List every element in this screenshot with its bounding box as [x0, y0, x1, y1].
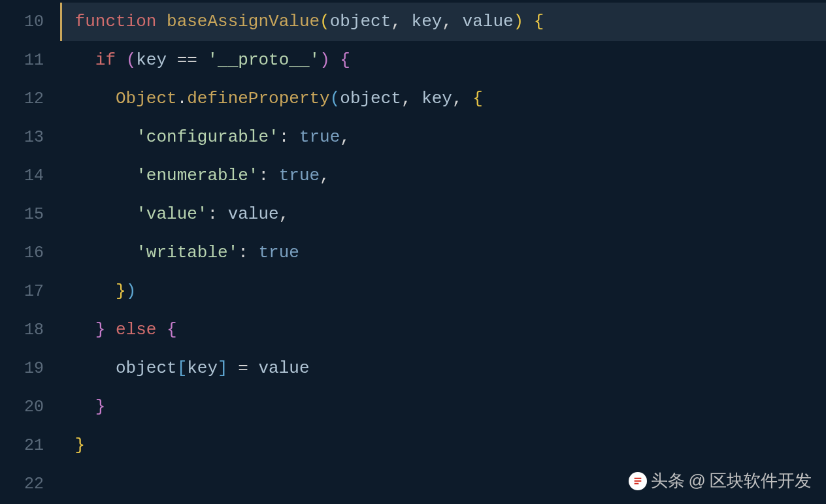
keyword-else: else — [116, 320, 156, 339]
param-object: object — [330, 12, 391, 31]
code-line[interactable]: }) — [62, 272, 826, 311]
comma: , — [320, 166, 330, 185]
line-number: 19 — [0, 349, 44, 388]
line-number: 22 — [0, 465, 44, 503]
line-number: 15 — [0, 195, 44, 234]
line-number-gutter: 10 11 12 13 14 15 16 17 18 19 20 21 22 — [0, 0, 62, 504]
watermark-user: 区块软件开发 — [710, 469, 812, 492]
var-object: object — [116, 358, 177, 378]
keyword-function: function — [75, 12, 157, 31]
code-line[interactable]: function baseAssignValue(object, key, va… — [60, 3, 826, 41]
paren-close: ) — [126, 281, 137, 301]
paren-open: ( — [330, 89, 340, 108]
boolean-true: true — [258, 243, 299, 262]
boolean-true: true — [279, 166, 320, 185]
var-value: value — [258, 358, 309, 378]
toutiao-logo-icon — [629, 472, 647, 490]
paren-open: ( — [126, 50, 137, 70]
colon: : — [238, 243, 258, 262]
comma: , — [391, 12, 411, 31]
line-number: 16 — [0, 234, 44, 272]
dot: . — [177, 89, 188, 108]
keyword-if: if — [95, 50, 116, 70]
comma: , — [442, 12, 462, 31]
paren-close: ) — [514, 12, 524, 31]
line-number: 21 — [0, 426, 44, 465]
string-proto: '__proto__' — [208, 50, 320, 70]
code-area[interactable]: function baseAssignValue(object, key, va… — [62, 0, 826, 504]
comma: , — [401, 89, 421, 108]
brace-open: { — [340, 50, 350, 70]
line-number: 11 — [0, 41, 44, 80]
comma: , — [452, 89, 472, 108]
brace-open: { — [534, 12, 544, 31]
code-line[interactable]: } — [62, 426, 826, 465]
param-value: value — [463, 12, 514, 31]
line-number: 10 — [0, 3, 44, 41]
paren-close: ) — [320, 50, 330, 70]
line-number: 17 — [0, 272, 44, 311]
bracket-open: [ — [177, 358, 188, 378]
code-line[interactable]: } else { — [62, 311, 826, 349]
line-number: 13 — [0, 118, 44, 157]
paren-open: ( — [320, 12, 330, 31]
string-enumerable: 'enumerable' — [136, 166, 258, 185]
brace-close: } — [95, 397, 106, 417]
brace-open: { — [167, 320, 177, 339]
code-line[interactable]: } — [62, 388, 826, 426]
code-line[interactable]: 'value': value, — [62, 195, 826, 234]
string-value: 'value' — [136, 204, 207, 224]
param-key: key — [412, 12, 442, 31]
string-configurable: 'configurable' — [136, 127, 278, 147]
object-global: Object — [116, 89, 177, 108]
code-editor: 10 11 12 13 14 15 16 17 18 19 20 21 22 f… — [0, 0, 826, 504]
brace-open: { — [472, 89, 483, 108]
watermark-brand: 头条 — [651, 469, 685, 492]
function-name: baseAssignValue — [167, 12, 320, 31]
operator-eq: == — [177, 50, 197, 70]
line-number: 18 — [0, 311, 44, 349]
watermark: 头条 @区块软件开发 — [629, 469, 812, 492]
var-key: key — [187, 358, 218, 378]
method-defineproperty: defineProperty — [187, 89, 329, 108]
watermark-at: @ — [689, 471, 706, 491]
comma: , — [340, 127, 350, 147]
line-number: 12 — [0, 80, 44, 118]
code-line[interactable]: 'writable': true — [62, 234, 826, 272]
line-number: 14 — [0, 157, 44, 195]
colon: : — [258, 166, 278, 185]
var-value: value — [228, 204, 279, 224]
brace-close: } — [116, 281, 126, 301]
colon: : — [279, 127, 299, 147]
operator-assign: = — [228, 358, 259, 378]
comma: , — [279, 204, 289, 224]
code-line[interactable]: 'configurable': true, — [62, 118, 826, 157]
string-writable: 'writable' — [136, 243, 238, 262]
code-line[interactable]: 'enumerable': true, — [62, 157, 826, 195]
line-number: 20 — [0, 388, 44, 426]
var-object: object — [340, 89, 401, 108]
colon: : — [207, 204, 227, 224]
var-key: key — [421, 89, 452, 108]
bracket-close: ] — [218, 358, 228, 378]
boolean-true: true — [299, 127, 340, 147]
code-line[interactable]: Object.defineProperty(object, key, { — [62, 80, 826, 118]
brace-close: } — [95, 320, 106, 339]
code-line[interactable]: object[key] = value — [62, 349, 826, 388]
code-line[interactable]: if (key == '__proto__') { — [62, 41, 826, 80]
brace-close: } — [75, 435, 86, 455]
var-key: key — [136, 50, 167, 70]
